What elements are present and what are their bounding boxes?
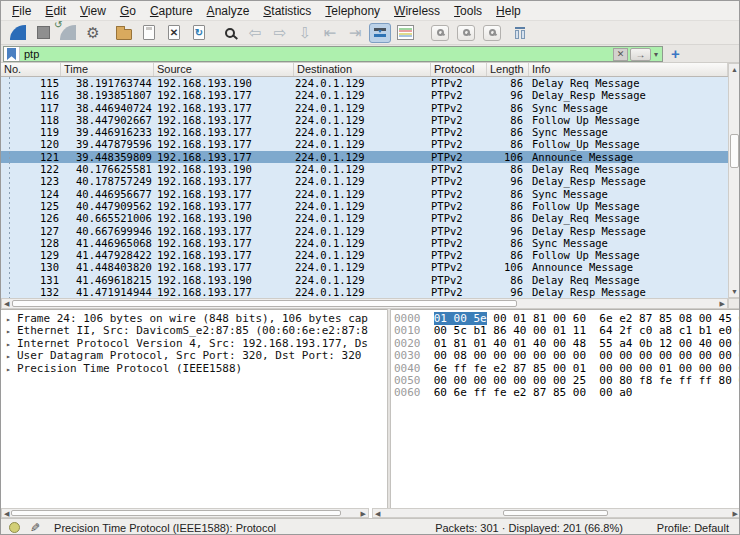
filter-add-button[interactable]: + — [671, 45, 680, 63]
packet-row[interactable]: 12340.178757249192.168.193.177224.0.1.12… — [1, 175, 728, 187]
hscroll-thumb[interactable] — [11, 510, 341, 516]
display-filter-input[interactable]: ptp ✕ → ▾ — [3, 46, 663, 62]
hscroll-thumb[interactable] — [12, 300, 517, 307]
packet-row[interactable]: 12540.447909562192.168.193.177224.0.1.12… — [1, 200, 728, 212]
column-header-protocol[interactable]: Protocol — [431, 63, 487, 76]
detail-row[interactable]: ▸Precision Time Protocol (IEEE1588) — [1, 363, 387, 375]
capture-options-button[interactable]: ⚙ — [82, 23, 104, 43]
column-header-time[interactable]: Time — [61, 63, 154, 76]
column-header-length[interactable]: Length — [487, 63, 529, 76]
column-header-info[interactable]: Info — [529, 63, 728, 76]
scroll-right-arrow[interactable]: ▶ — [361, 509, 366, 517]
reload-file-button[interactable]: ↻ — [188, 23, 210, 43]
cell-protocol: PTPv2 — [431, 249, 487, 261]
expert-info-icon[interactable] — [9, 522, 20, 533]
packet-row[interactable]: 12941.447928422192.168.193.177224.0.1.12… — [1, 249, 728, 261]
stop-capture-button[interactable] — [32, 23, 54, 43]
detail-row[interactable]: ▸Ethernet II, Src: DavicomS_e2:87:85 (00… — [1, 325, 387, 337]
hex-highlighted-bytes[interactable]: 01 00 5e — [434, 312, 487, 325]
cell-time: 41.471914944 — [61, 286, 154, 298]
scroll-up-arrow[interactable]: ▲ — [729, 65, 740, 74]
packet-row[interactable]: 12440.446956677192.168.193.177224.0.1.12… — [1, 188, 728, 200]
filter-dropdown-caret[interactable]: ▾ — [653, 50, 662, 59]
scroll-left-arrow[interactable]: ◀ — [375, 509, 380, 517]
packet-row[interactable]: 11538.191763744192.168.193.190224.0.1.12… — [1, 77, 728, 89]
cell-info: Sync Message — [529, 188, 728, 200]
bytes-hscrollbar[interactable]: ◀ ▶ — [372, 508, 740, 518]
vscroll-thumb[interactable] — [730, 134, 739, 168]
status-profile[interactable]: Profile: Default — [657, 522, 729, 534]
hscroll-thumb[interactable] — [503, 510, 608, 516]
filter-bookmark-button[interactable] — [4, 47, 20, 61]
packet-row[interactable]: 12240.176625581192.168.193.190224.0.1.12… — [1, 163, 728, 175]
packet-row[interactable]: 12740.667699946192.168.193.177224.0.1.12… — [1, 225, 728, 237]
details-hscrollbar[interactable]: ◀ ▶ — [1, 508, 369, 518]
scroll-down-arrow[interactable]: ▼ — [729, 287, 740, 296]
column-header-no[interactable]: No. — [1, 63, 61, 76]
expand-triangle-icon[interactable]: ▸ — [6, 364, 11, 376]
cell-protocol: PTPv2 — [431, 89, 487, 101]
hex-row[interactable]: 0060 60 6e ff fe e2 87 85 00 00 a0 — [394, 387, 740, 399]
hex-offset: 0020 — [394, 337, 421, 350]
auto-scroll-button[interactable] — [369, 23, 391, 43]
scroll-left-arrow[interactable]: ◀ — [4, 509, 9, 517]
menu-view[interactable]: View — [73, 1, 113, 21]
start-capture-button[interactable] — [7, 23, 29, 43]
filter-apply-button[interactable]: → — [630, 48, 651, 61]
zoom-in-button[interactable] — [431, 25, 449, 41]
packet-row[interactable]: 12841.446965068192.168.193.177224.0.1.12… — [1, 237, 728, 249]
zoom-original-button[interactable] — [483, 25, 501, 41]
go-forward-button[interactable]: ⇨ — [269, 23, 291, 43]
packet-row[interactable]: 13241.471914944192.168.193.177224.0.1.12… — [1, 286, 728, 298]
packet-row[interactable]: 11738.446940724192.168.193.177224.0.1.12… — [1, 102, 728, 114]
hex-row[interactable]: 0030 00 08 00 00 00 00 00 00 00 00 00 00… — [394, 350, 740, 362]
cell-time: 40.447909562 — [61, 200, 154, 212]
menu-statistics[interactable]: Statistics — [256, 1, 318, 21]
go-last-packet-button[interactable]: ⇥ — [344, 23, 366, 43]
go-back-button[interactable]: ⇦ — [244, 23, 266, 43]
resize-columns-button[interactable] — [509, 23, 531, 43]
filter-clear-button[interactable]: ✕ — [613, 48, 628, 61]
menu-analyze[interactable]: Analyze — [200, 1, 257, 21]
packet-list-hscrollbar[interactable]: ◀ ▶ — [1, 298, 728, 309]
detail-row[interactable]: ▸User Datagram Protocol, Src Port: 320, … — [1, 350, 387, 362]
column-header-destination[interactable]: Destination — [294, 63, 431, 76]
scroll-right-arrow[interactable]: ▶ — [720, 299, 725, 308]
menu-edit[interactable]: Edit — [38, 1, 73, 21]
go-first-packet-button[interactable]: ⇤ — [319, 23, 341, 43]
scroll-right-arrow[interactable]: ▶ — [733, 509, 738, 517]
menu-tools[interactable]: Tools — [447, 1, 489, 21]
column-header-source[interactable]: Source — [154, 63, 294, 76]
menu-file[interactable]: File — [5, 1, 38, 21]
packet-row[interactable]: 11838.447902667192.168.193.177224.0.1.12… — [1, 114, 728, 126]
menu-capture[interactable]: Capture — [143, 1, 200, 21]
find-packet-button[interactable] — [219, 23, 241, 43]
hex-row[interactable]: 0010 00 5c b1 86 40 00 01 11 64 2f c0 a8… — [394, 325, 740, 337]
close-icon: ✕ — [168, 25, 180, 40]
menu-telephony[interactable]: Telephony — [318, 1, 387, 21]
packet-row[interactable]: 11638.193851807192.168.193.177224.0.1.12… — [1, 89, 728, 101]
close-file-button[interactable]: ✕ — [163, 23, 185, 43]
cell-destination: 224.0.1.129 — [294, 225, 431, 237]
restart-capture-button[interactable]: ↺ — [57, 23, 79, 43]
packet-row[interactable]: 12139.448359809192.168.193.177224.0.1.12… — [1, 151, 728, 163]
packet-row[interactable]: 13041.448403820192.168.193.177224.0.1.12… — [1, 261, 728, 273]
capture-comment-icon[interactable]: ✎ — [30, 521, 40, 535]
packet-row[interactable]: 13141.469618215192.168.193.190224.0.1.12… — [1, 274, 728, 286]
menu-help[interactable]: Help — [489, 1, 528, 21]
scroll-left-arrow[interactable]: ◀ — [4, 299, 9, 308]
packet-list-vscrollbar[interactable]: ▲ ▼ — [728, 63, 740, 298]
menu-go[interactable]: Go — [113, 1, 143, 21]
filter-value[interactable]: ptp — [20, 48, 613, 60]
packet-list-header: No. Time Source Destination Protocol Len… — [1, 63, 728, 77]
packet-row[interactable]: 11939.446916233192.168.193.177224.0.1.12… — [1, 126, 728, 138]
go-to-packet-button[interactable]: ⇩ — [294, 23, 316, 43]
zoom-out-button[interactable] — [457, 25, 475, 41]
save-file-button[interactable] — [138, 23, 160, 43]
menu-wireless[interactable]: Wireless — [387, 1, 447, 21]
colorize-button[interactable] — [394, 23, 416, 43]
packet-row[interactable]: 12640.665521006192.168.193.190224.0.1.12… — [1, 212, 728, 224]
status-packet-counts: Packets: 301 · Displayed: 201 (66.8%) — [435, 522, 623, 534]
packet-row[interactable]: 12039.447879596192.168.193.177224.0.1.12… — [1, 138, 728, 150]
open-file-button[interactable] — [113, 23, 135, 43]
